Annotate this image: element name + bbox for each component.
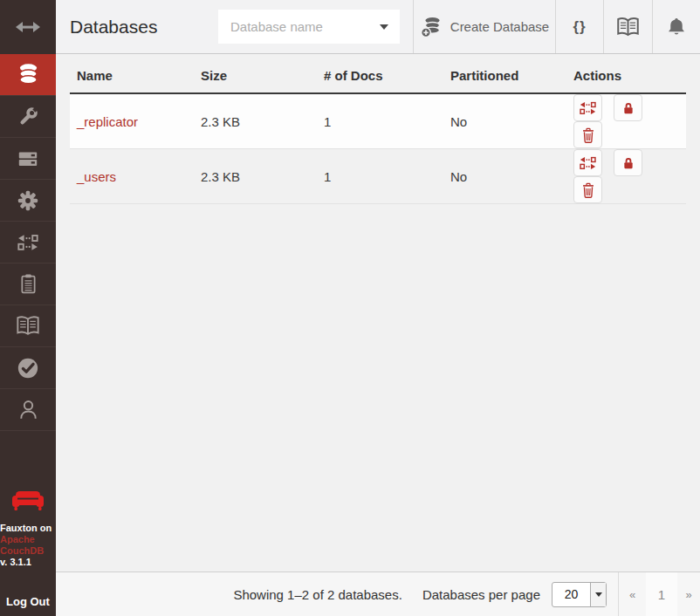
per-page-label: Databases per page xyxy=(422,587,540,602)
version-label: v. 3.1.1 xyxy=(0,557,56,568)
size-cell: 2.3 KB xyxy=(194,93,317,149)
logout-button[interactable]: Log Out xyxy=(0,595,56,608)
databases-table-section: Name Size # of Docs Partitioned Actions … xyxy=(56,55,700,572)
column-header-actions: Actions xyxy=(566,55,686,93)
page-header: Databases Create Database {} xyxy=(56,0,700,54)
pagination-page-1[interactable]: 1 xyxy=(646,572,677,616)
apache-couchdb-link[interactable]: Apache CouchDB xyxy=(0,534,56,557)
replicate-icon xyxy=(580,101,596,115)
delete-database-button[interactable] xyxy=(573,176,602,203)
create-database-label: Create Database xyxy=(450,19,549,34)
table-row: _replicator 2.3 KB 1 No xyxy=(70,93,686,149)
set-permissions-button[interactable] xyxy=(614,94,642,121)
replication-icon xyxy=(17,234,38,251)
actions-cell xyxy=(566,149,686,204)
column-header-size: Size xyxy=(194,55,317,93)
column-header-docs: # of Docs xyxy=(317,55,443,93)
sidebar-nav xyxy=(0,54,56,431)
pagination: « 1 » xyxy=(618,572,700,616)
gear-icon xyxy=(17,189,39,212)
docs-cell: 1 xyxy=(317,93,443,149)
sidebar-item-configuration[interactable] xyxy=(0,180,56,222)
documentation-button[interactable] xyxy=(603,0,652,53)
replicate-database-button[interactable] xyxy=(573,149,602,176)
user-icon xyxy=(17,399,39,421)
sidebar-item-setup[interactable] xyxy=(0,96,56,138)
database-link-replicator[interactable]: _replicator xyxy=(77,114,138,129)
actions-cell xyxy=(566,93,686,149)
select-caret-icon xyxy=(590,583,606,606)
database-link-users[interactable]: _users xyxy=(77,169,116,184)
column-header-name: Name xyxy=(70,55,194,93)
clipboard-icon xyxy=(17,273,39,295)
replicate-database-button[interactable] xyxy=(573,94,602,121)
pagination-next-button[interactable]: » xyxy=(677,572,700,616)
open-book-icon xyxy=(16,315,40,337)
databases-table: Name Size # of Docs Partitioned Actions … xyxy=(70,55,686,204)
wrench-icon xyxy=(17,106,39,127)
sidebar-item-account[interactable] xyxy=(0,389,56,431)
page-title: Databases xyxy=(70,0,157,53)
pagination-prev-button[interactable]: « xyxy=(619,572,646,616)
trash-icon xyxy=(581,127,595,143)
showing-summary: Showing 1–2 of 2 databases. xyxy=(233,587,401,602)
sidebar-item-databases[interactable] xyxy=(0,54,56,96)
per-page-select[interactable]: 20 xyxy=(552,582,607,607)
database-name-input[interactable] xyxy=(218,10,400,44)
table-header-row: Name Size # of Docs Partitioned Actions xyxy=(70,55,686,93)
per-page-value: 20 xyxy=(552,583,590,606)
partitioned-cell: No xyxy=(443,149,566,204)
sidebar-item-active-tasks[interactable] xyxy=(0,138,56,180)
lock-icon xyxy=(621,155,635,171)
partitioned-cell: No xyxy=(443,93,566,149)
double-arrow-icon xyxy=(15,21,41,33)
size-cell: 2.3 KB xyxy=(194,149,317,204)
sidebar-toggle-button[interactable] xyxy=(0,0,56,54)
sidebar-item-tasks-clipboard[interactable] xyxy=(0,264,56,305)
delete-database-button[interactable] xyxy=(573,121,602,148)
create-database-button[interactable]: Create Database xyxy=(413,0,555,53)
api-url-button[interactable]: {} xyxy=(555,0,603,53)
replicate-icon xyxy=(580,156,596,170)
server-stack-icon xyxy=(17,147,39,170)
couchdb-logo xyxy=(0,489,56,513)
sidebar-item-replication[interactable] xyxy=(0,222,56,264)
database-name-search xyxy=(218,10,400,44)
database-icon xyxy=(17,63,40,86)
sidebar: Fauxton on Apache CouchDB v. 3.1.1 Log O… xyxy=(0,0,56,616)
dropdown-caret-icon[interactable] xyxy=(380,24,388,30)
lock-icon xyxy=(621,100,635,116)
set-permissions-button[interactable] xyxy=(614,149,642,176)
column-header-partitioned: Partitioned xyxy=(443,55,566,93)
check-circle-icon xyxy=(17,357,39,380)
couch-icon xyxy=(10,489,45,513)
sidebar-item-documentation[interactable] xyxy=(0,305,56,347)
docs-cell: 1 xyxy=(317,149,443,204)
sidebar-item-verify[interactable] xyxy=(0,347,56,389)
create-database-icon xyxy=(420,16,443,38)
trash-icon xyxy=(581,182,595,198)
table-row: _users 2.3 KB 1 No xyxy=(70,149,686,204)
table-footer: Showing 1–2 of 2 databases. Databases pe… xyxy=(56,572,700,616)
json-braces-icon: {} xyxy=(573,18,586,36)
version-block: Fauxton on Apache CouchDB v. 3.1.1 xyxy=(0,523,56,568)
documentation-book-icon xyxy=(616,17,640,38)
fauxton-databases-page: Fauxton on Apache CouchDB v. 3.1.1 Log O… xyxy=(0,0,700,616)
fauxton-on-label: Fauxton on xyxy=(0,523,56,534)
notifications-button[interactable] xyxy=(652,0,700,53)
notification-bell-icon xyxy=(666,17,687,38)
